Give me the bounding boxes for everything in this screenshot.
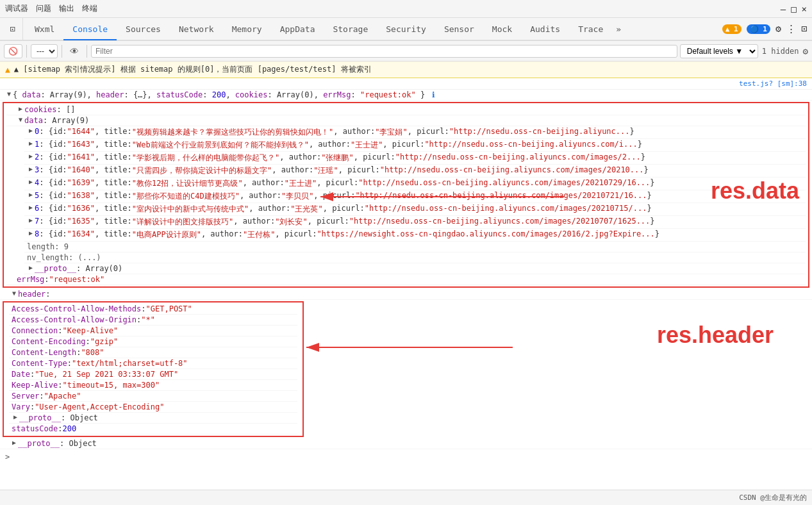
info-badge[interactable]: 🔵 1 (747, 24, 770, 34)
status-key: statusCode (12, 424, 58, 433)
menu-debugger[interactable]: 调试器 (5, 3, 28, 14)
file-reference[interactable]: test.js? [sm]:38 (0, 78, 812, 90)
close-btn[interactable]: × (802, 4, 807, 14)
root-toggle[interactable] (5, 90, 13, 97)
tab-trace[interactable]: Trace (569, 19, 612, 40)
tab-bar: ⊡ Wxml Console Sources Network Memory Ap… (0, 18, 812, 41)
date-key: Date (12, 370, 30, 379)
data-item-7[interactable]: 7: {id: "1635", title: "详解设计中的图文排版技巧", a… (24, 216, 806, 229)
data-item-0[interactable]: 0: {id: "1644", title: "视频剪辑越来越卡？掌握这些技巧让… (24, 126, 806, 139)
clear-console-btn[interactable]: 🚫 (4, 44, 22, 58)
root-proto-value: : Object (60, 439, 97, 448)
data-item-5[interactable]: 5: {id: "1638", title: "那些你不知道的C4D建模技巧",… (24, 190, 806, 203)
root-object-row[interactable]: { data: Array(9), header: {…}, statusCod… (0, 90, 812, 101)
header-section-bordered: Access-Control-Allow-Methods: "GET,POST"… (3, 301, 304, 437)
data-nvlength-row: nv_length: (...) (24, 252, 806, 263)
data-proto-value: : Array(0) (76, 264, 122, 273)
cookies-row[interactable]: cookies : [] (6, 104, 806, 115)
warning-text: ▲ [sitemap 索引情况提示] 根据 sitemap 的规则[0]，当前页… (14, 64, 372, 75)
menu-terminal[interactable]: 终端 (82, 3, 97, 14)
header-keepalive: Keep-Alive: "timeout=15, max=300" (9, 380, 297, 391)
log-level-select[interactable]: Default levels ▼ (680, 44, 758, 58)
tab-console[interactable]: Console (63, 19, 117, 40)
filter-input[interactable] (91, 45, 677, 58)
header-length: Content-Length: "808" (9, 347, 297, 358)
item0-toggle[interactable] (27, 127, 35, 134)
item6-toggle[interactable] (27, 204, 35, 211)
expand-panel-icon[interactable]: ⊡ (801, 23, 807, 35)
root-proto-toggle[interactable] (10, 439, 18, 446)
data-item-3[interactable]: 3: {id: "1640", title: "只需四步，帮你搞定设计中的标题文… (24, 165, 806, 178)
console-content[interactable]: test.js? [sm]:38 { data: Array(9), heade… (0, 78, 812, 490)
settings-gear-icon[interactable]: ⚙ (775, 23, 781, 35)
data-proto-row[interactable]: __proto__ : Array(0) (24, 263, 806, 274)
item1-toggle[interactable] (27, 140, 35, 147)
toolbar-gear-icon[interactable]: ⚙ (803, 46, 808, 56)
tab-mock[interactable]: Mock (483, 19, 521, 40)
server-key: Server (12, 392, 39, 401)
header-date: Date: "Tue, 21 Sep 2021 03:33:07 GMT" (9, 369, 297, 380)
devtools-icon[interactable]: ⊡ (3, 17, 23, 40)
data-item-4[interactable]: 4: {id: "1639", title: "教你12招，让设计细节更高级",… (24, 178, 806, 190)
menu-output[interactable]: 输出 (59, 3, 74, 14)
acao-key: Access-Control-Allow-Origin (12, 315, 137, 324)
tab-sensor[interactable]: Sensor (435, 19, 483, 40)
root-proto-row[interactable]: __proto__ : Object (0, 438, 812, 449)
header-expand-row[interactable]: header : (0, 289, 812, 300)
data-item-6[interactable]: 6: {id: "1636", title: "室内设计中的新中式与传统中式",… (24, 203, 806, 216)
tab-bar-right: ▲ 1 🔵 1 ⚙ ⋮ ⊡ (722, 23, 809, 35)
data-item-8[interactable]: 8: {id: "1634", title: "电商APP设计原则", auth… (24, 229, 806, 242)
data-item-2[interactable]: 2: {id: "1641", title: "学影视后期，什么样的电脑能带你起… (24, 152, 806, 165)
data-section-bordered: cookies : [] data : Array(9) 0: {id: "16… (3, 102, 809, 288)
tab-audits[interactable]: Audits (521, 19, 569, 40)
prompt-input[interactable] (12, 452, 807, 462)
data-toggle[interactable] (17, 116, 24, 123)
data-item-1[interactable]: 1: {id: "1643", title: "Web前端这个行业前景到底如何？… (24, 139, 806, 152)
clength-key: Content-Length (12, 348, 76, 357)
data-proto-key: __proto__ (35, 264, 76, 273)
prompt-char: > (5, 452, 10, 461)
warning-bar: ▲ ▲ [sitemap 索引情况提示] 根据 sitemap 的规则[0]，当… (0, 62, 812, 78)
header-toggle[interactable] (10, 290, 18, 297)
tab-security[interactable]: Security (377, 19, 435, 40)
title-bar-controls: — □ × (781, 4, 807, 14)
item2-toggle[interactable] (27, 153, 35, 160)
acam-key: Access-Control-Allow-Methods (12, 304, 141, 313)
data-proto-toggle[interactable] (27, 264, 35, 271)
bottom-bar: CSDN @生命是有光的 (0, 490, 812, 505)
title-bar: 调试器 问题 输出 终端 — □ × (0, 0, 812, 18)
more-dots-icon[interactable]: ⋮ (786, 23, 796, 35)
item7-toggle[interactable] (27, 217, 35, 224)
header-encoding: Content-Encoding: "gzip" (9, 336, 297, 347)
tab-storage[interactable]: Storage (324, 19, 377, 40)
prompt-line[interactable]: > (0, 449, 812, 465)
menu-issues[interactable]: 问题 (36, 3, 51, 14)
data-array-row[interactable]: data : Array(9) (6, 115, 806, 126)
eye-icon[interactable]: 👁 (66, 44, 83, 58)
header-server: Server: "Apache" (9, 391, 297, 402)
tab-network[interactable]: Network (170, 19, 223, 40)
maximize-btn[interactable]: □ (791, 4, 796, 14)
tab-memory[interactable]: Memory (223, 19, 271, 40)
data-length-row: length: 9 (24, 242, 806, 252)
toolbar-separator-1 (26, 45, 27, 58)
cookies-toggle[interactable] (17, 105, 24, 112)
tab-more-btn[interactable]: » (612, 19, 625, 39)
context-selector[interactable]: --- (31, 44, 58, 58)
errmsg-row: errMsg : "request:ok" (6, 274, 806, 285)
item3-toggle[interactable] (27, 165, 35, 172)
header-proto-toggle[interactable] (12, 413, 19, 420)
file-ref-text[interactable]: test.js? [sm]:38 (739, 79, 807, 88)
minimize-btn[interactable]: — (781, 4, 786, 14)
header-vary: Vary: "User-Agent,Accept-Encoding" (9, 402, 297, 413)
item5-toggle[interactable] (27, 191, 35, 198)
tab-appdata[interactable]: AppData (271, 19, 324, 40)
item4-toggle[interactable] (27, 178, 35, 185)
item8-toggle[interactable] (27, 229, 35, 236)
tab-sources[interactable]: Sources (117, 19, 170, 40)
header-proto-row[interactable]: __proto__: Object (9, 413, 297, 424)
warning-badge[interactable]: ▲ 1 (722, 24, 742, 34)
encoding-key: Content-Encoding (12, 337, 86, 346)
tab-wxml[interactable]: Wxml (26, 19, 63, 40)
data-nvlength-label: nv_length: (...) (27, 253, 101, 262)
